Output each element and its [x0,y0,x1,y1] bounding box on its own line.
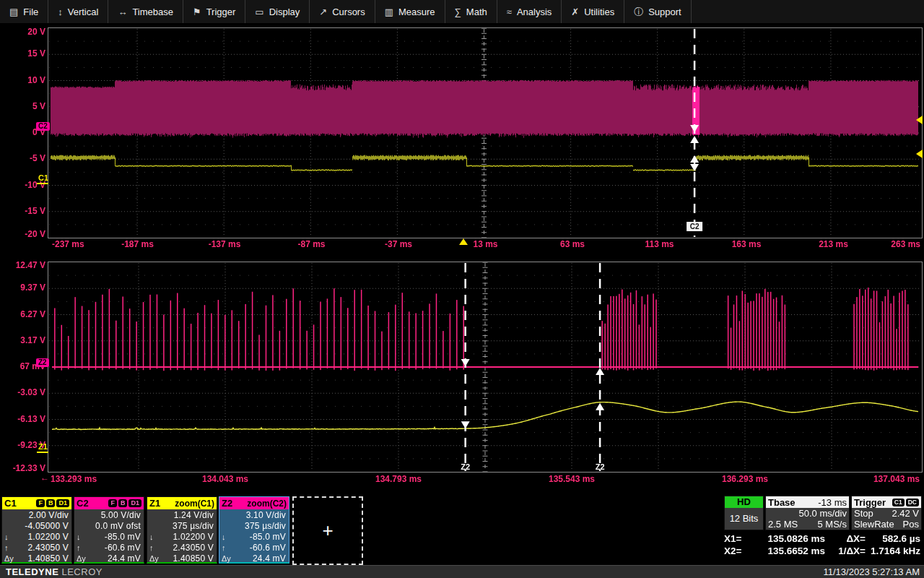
value-text: 2.43050 V [162,543,214,553]
badge-f: F [108,499,117,507]
x2-label: X2= [724,545,750,556]
y-tick-label: -12.33 V [13,463,45,473]
y-tick-label: 0 V [32,127,45,137]
pan-left-icon[interactable]: ← [40,473,49,482]
menu-item-label: File [23,7,38,17]
value-text: 5.00 V/div [90,510,141,520]
menu-item-file[interactable]: ▤File [0,0,48,23]
value-text: 2.00 V/div [17,510,69,520]
descriptor-c1[interactable]: C1FBD12.00 V/div-4.05000 V↓1.02200 V↑2.4… [1,496,72,564]
x-tick-label: 113 ms [645,239,674,249]
value-text: 24.4 mV [90,553,141,564]
badge-d1: D1 [128,499,141,507]
x1-label: X1= [724,533,750,544]
menu-item-display[interactable]: ▭Display [245,0,310,23]
dx-value: 582.6 µs [866,533,920,544]
measure-icon: ▥ [385,7,393,17]
trace-chip-c1[interactable]: C1 [38,174,48,182]
y-tick-label: -20 V [25,229,45,239]
status-bar: TELEDYNE LECROY 11/13/2023 5:27:13 AM [0,565,924,578]
descriptor-row-value: 1.24 V/div [147,509,217,520]
menu-item-label: Support [648,7,681,17]
menu-item-support[interactable]: ⓘSupport [624,0,692,23]
descriptor-z1-header: Z1zoom(C1) [147,497,217,509]
cursor-glyph: Δy [222,554,235,563]
menu-item-utilities[interactable]: ✗Utilities [562,0,624,23]
trigger-mode: Stop [854,508,873,519]
cursor-pointer-icon: ↗ [319,7,327,17]
descriptor-z2[interactable]: Z2zoom(C2)3.10 V/div375 µs/div↓-85.0 mV↑… [219,496,289,564]
descriptor-title: Z2 [222,498,232,509]
brand-teledyne: TELEDYNE [6,566,58,577]
trigger-type: SlewRate [854,519,894,530]
brand-lecroy: LECROY [61,566,102,577]
descriptor-row-value: 3.10 V/div [219,509,289,520]
descriptor-c1-header: C1FBD1 [2,497,71,509]
descriptor-c2-header: C2FBD1 [74,497,144,509]
cursor-glyph: ↑ [149,543,162,552]
cursor-readout: X1= 135.0826 ms ΔX= 582.6 µs X2= 135.665… [724,532,923,557]
menu-item-cursors[interactable]: ↗Cursors [310,0,375,23]
descriptor-row-value: -4.05000 V [2,520,71,531]
menu-item-label: Cursors [332,7,365,17]
file-icon: ▤ [9,7,18,17]
zoom-grid-canvas[interactable] [48,262,923,473]
trigger-title: Trigger [854,497,886,508]
badge-b: B [46,499,56,507]
timebase-samples: 2.5 MS [768,519,798,530]
x-tick-label: 135.543 ms [549,474,595,484]
menu-item-label: Utilities [584,7,614,17]
trigger-box[interactable]: Trigger C1 DC Stop 2.42 V SlewRate Pos [851,496,922,530]
descriptor-title: Z1 [149,498,160,509]
descriptor-z2-header: Z2zoom(C2) [219,497,289,509]
x-tick-label: 213 ms [819,239,848,249]
descriptor-badges: FBD1 [108,499,141,507]
value-text: 375 µs/div [162,521,214,531]
y-tick-label: 6.27 V [20,309,45,319]
descriptor-title: C1 [4,498,17,509]
y-tick-label: -15 V [25,206,45,216]
value-text: 0.0 mV ofst [90,521,141,531]
hd-mode-box[interactable]: HD 12 Bits [724,496,764,530]
menu-item-label: Analysis [517,7,552,17]
y-tick-label: -6.13 V [17,414,45,424]
timebase-delay: -13 ms [818,497,847,508]
menu-item-timebase[interactable]: ↔Timebase [108,0,183,23]
value-text: 1.02200 V [162,532,214,542]
menu-item-vertical[interactable]: ↕Vertical [48,0,108,23]
trace-chip-c1-bar [37,183,48,184]
descriptor-z1[interactable]: Z1zoom(C1)1.24 V/div375 µs/div↓1.02200 V… [147,496,217,564]
menu-item-math[interactable]: ∑Math [445,0,497,23]
menu-item-trigger[interactable]: ⚑Trigger [183,0,245,23]
trace-chip-z1[interactable]: Z1 [38,443,48,451]
value-text: 1.40850 V [17,553,69,564]
descriptor-row-value: ↑-60.6 mV [74,542,144,553]
menu-item-analysis[interactable]: ≈Analysis [497,0,562,23]
badge-d1: D1 [56,499,69,507]
timebase-box[interactable]: Tbase -13 ms 50.0 ms/div 2.5 MS 5 MS/s [765,496,850,530]
menu-item-label: Measure [398,7,435,17]
trigger-coupling-badge: DC [906,499,919,506]
value-text: -60.6 mV [235,543,286,553]
descriptor-row-value: Δy1.40850 V [2,553,71,564]
x-tick-label: -237 ms [52,239,84,249]
datetime: 11/13/2023 5:27:13 AM [824,566,924,577]
descriptor-row-value: ↑2.43050 V [2,542,71,553]
descriptor-row-value: ↓1.02200 V [147,531,217,542]
add-trace-button[interactable]: + [292,496,363,565]
menu-item-measure[interactable]: ▥Measure [375,0,445,23]
y-tick-label: 20 V [27,27,45,37]
value-text: 1.40850 V [162,553,214,564]
x-tick-label: -37 ms [385,239,412,249]
invdx-label: 1/ΔX= [825,545,866,556]
value-text: 1.02200 V [17,532,69,542]
cursor-glyph: ↑ [222,543,235,552]
vertical-arrows-icon: ↕ [58,7,63,17]
main-grid-canvas[interactable] [48,27,923,238]
descriptor-row-value: Δy24.4 mV [219,553,289,564]
descriptor-badges: FBD1 [36,499,69,507]
trigger-time-marker[interactable] [459,238,468,245]
descriptor-row-value: 375 µs/div [147,520,217,531]
x2-value: 135.6652 ms [750,545,825,556]
descriptor-c2[interactable]: C2FBD15.00 V/div0.0 mV ofst↓-85.0 mV↑-60… [74,496,144,564]
